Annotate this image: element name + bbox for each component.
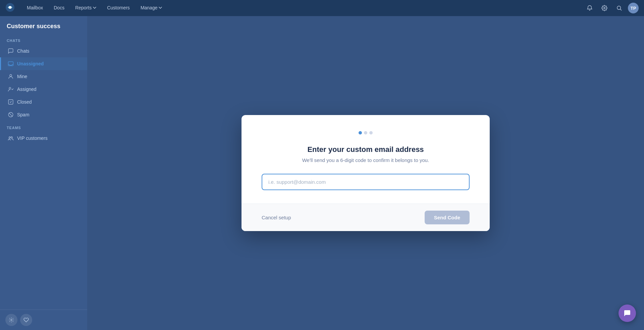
search-icon [616,5,622,11]
sidebar-teams-section: Teams [0,121,87,132]
chevron-down-icon [159,7,162,9]
gear-icon [601,5,607,11]
modal-overlay: Enter your custom email address We'll se… [87,16,644,330]
sidebar-chats-section: Chats [0,34,87,45]
app-logo[interactable] [5,3,16,13]
chevron-down-icon [93,7,96,9]
modal-dot-1 [359,131,362,134]
person-icon [8,73,14,79]
modal-dot-3 [369,131,373,134]
svg-point-11 [11,137,13,139]
sidebar-settings-button[interactable] [5,314,17,326]
notifications-button[interactable] [584,2,596,14]
nav-docs[interactable]: Docs [48,0,70,16]
gear-icon [9,317,14,323]
modal-title: Enter your custom email address [262,145,470,154]
sidebar-item-chats[interactable]: Chats [0,45,87,57]
search-button[interactable] [613,2,625,14]
sidebar-item-spam[interactable]: Spam [0,108,87,121]
chat-widget-button[interactable] [619,305,636,322]
sidebar-notification-button[interactable] [20,314,32,326]
svg-point-1 [9,6,11,9]
sidebar-item-spam-label: Spam [17,112,30,117]
sidebar-item-mine[interactable]: Mine [0,70,87,83]
svg-point-3 [617,6,621,10]
modal-body: Enter your custom email address We'll se… [241,115,490,204]
nav-right-controls: TP [584,2,639,14]
svg-line-9 [9,113,13,117]
modal-footer: Cancel setup Send Code [241,204,490,231]
avatar[interactable]: TP [628,3,639,13]
nav-links: Mailbox Docs Reports Customers Manage [21,0,584,16]
send-code-button[interactable]: Send Code [425,211,470,224]
sidebar-item-closed-label: Closed [17,99,32,105]
team-icon [8,135,14,141]
svg-point-2 [604,7,605,9]
main-content: Connect Custom Email Enter your custom e… [87,16,644,330]
top-navigation: Mailbox Docs Reports Customers Manage [0,0,644,16]
svg-point-10 [9,137,11,139]
settings-button[interactable] [598,2,610,14]
sidebar-title: Customer success [0,16,87,34]
sidebar-item-chats-label: Chats [17,48,30,54]
sidebar-item-assigned[interactable]: Assigned [0,83,87,96]
assign-icon [8,86,14,92]
svg-point-5 [10,74,12,76]
sidebar-item-vip-label: VIP customers [17,135,48,141]
modal-dot-2 [364,131,367,134]
nav-manage[interactable]: Manage [135,0,168,16]
modal-subtitle: We'll send you a 6-digit code to confirm… [262,157,470,163]
inbox-icon [8,61,14,67]
nav-customers[interactable]: Customers [102,0,135,16]
sidebar-item-unassigned[interactable]: Unassigned [0,57,87,70]
bell-icon [587,5,593,11]
chat-bubble-icon [623,309,631,317]
sidebar-item-vip[interactable]: VIP customers [0,132,87,145]
svg-point-6 [9,87,11,89]
sidebar-bottom-controls [0,310,87,330]
nav-mailbox[interactable]: Mailbox [21,0,48,16]
email-input[interactable] [262,174,470,190]
cancel-setup-button[interactable]: Cancel setup [262,212,291,223]
svg-point-12 [11,319,12,321]
sidebar-item-closed[interactable]: Closed [0,96,87,108]
chat-icon [8,48,14,54]
modal-progress-dots [262,131,470,134]
sidebar-item-assigned-label: Assigned [17,87,37,92]
sidebar: Customer success Chats Chats Unassigned … [0,16,87,330]
heart-icon [23,317,29,323]
spam-icon [8,112,14,118]
closed-icon [8,99,14,105]
sidebar-item-unassigned-label: Unassigned [17,61,44,66]
sidebar-item-mine-label: Mine [17,74,27,79]
nav-reports[interactable]: Reports [70,0,102,16]
custom-email-modal: Enter your custom email address We'll se… [241,115,490,231]
